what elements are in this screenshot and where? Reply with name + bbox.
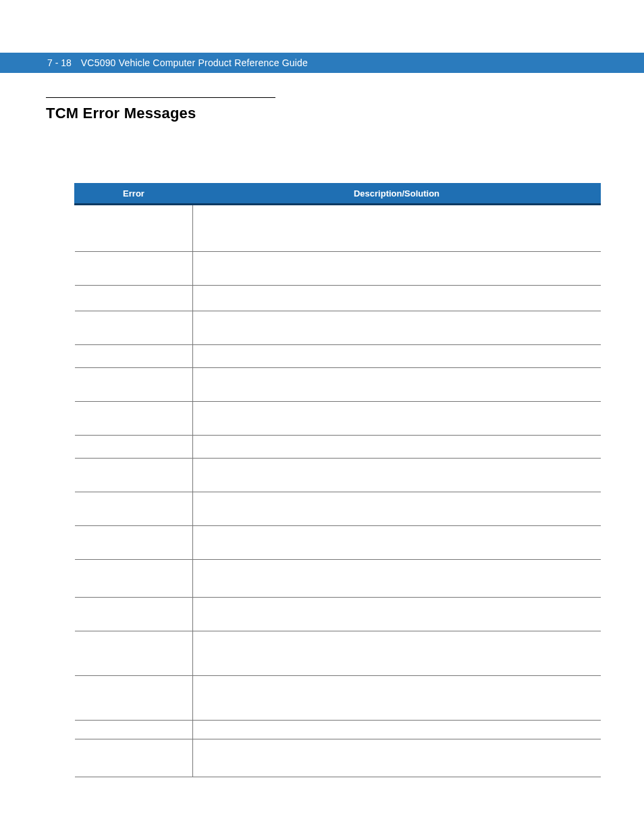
table-row	[75, 402, 601, 436]
cell-error	[75, 739, 193, 777]
page-number: 7 - 18	[47, 57, 72, 68]
cell-description	[193, 560, 601, 598]
cell-description	[193, 345, 601, 368]
cell-description	[193, 526, 601, 560]
cell-error	[75, 402, 193, 436]
table-row	[75, 526, 601, 560]
cell-error	[75, 721, 193, 739]
cell-error	[75, 252, 193, 286]
cell-description	[193, 459, 601, 492]
table-row	[75, 492, 601, 526]
table-row	[75, 721, 601, 739]
cell-description	[193, 676, 601, 721]
table-row	[75, 676, 601, 721]
cell-description	[193, 402, 601, 436]
table-row	[75, 252, 601, 286]
table-row	[75, 436, 601, 459]
table-row	[75, 368, 601, 402]
cell-description	[193, 311, 601, 345]
cell-error	[75, 286, 193, 311]
cell-error	[75, 436, 193, 459]
table-row	[75, 205, 601, 252]
table-row	[75, 286, 601, 311]
cell-error	[75, 560, 193, 598]
cell-error	[75, 526, 193, 560]
table-header-row: Error Description/Solution	[75, 184, 601, 205]
cell-description	[193, 252, 601, 286]
heading-rule	[46, 97, 275, 98]
cell-description	[193, 739, 601, 777]
column-header-description: Description/Solution	[193, 184, 601, 205]
error-messages-table: Error Description/Solution	[74, 183, 601, 777]
page-content: TCM Error Messages Error Description/Sol…	[46, 97, 603, 777]
cell-description	[193, 492, 601, 526]
cell-description	[193, 721, 601, 739]
table-row	[75, 345, 601, 368]
column-header-error: Error	[75, 184, 193, 205]
cell-error	[75, 676, 193, 721]
cell-error	[75, 345, 193, 368]
section-heading: TCM Error Messages	[46, 105, 603, 122]
document-title: VC5090 Vehicle Computer Product Referenc…	[81, 57, 308, 68]
cell-description	[193, 436, 601, 459]
cell-description	[193, 205, 601, 252]
cell-error	[75, 205, 193, 252]
cell-description	[193, 286, 601, 311]
table-row	[75, 598, 601, 631]
table-row	[75, 631, 601, 676]
table-row	[75, 311, 601, 345]
cell-description	[193, 631, 601, 676]
table-row	[75, 560, 601, 598]
table-row	[75, 459, 601, 492]
cell-description	[193, 368, 601, 402]
cell-description	[193, 598, 601, 631]
cell-error	[75, 368, 193, 402]
cell-error	[75, 598, 193, 631]
cell-error	[75, 492, 193, 526]
table-row	[75, 739, 601, 777]
page-header-bar: 7 - 18 VC5090 Vehicle Computer Product R…	[0, 53, 644, 73]
cell-error	[75, 459, 193, 492]
cell-error	[75, 631, 193, 676]
cell-error	[75, 311, 193, 345]
